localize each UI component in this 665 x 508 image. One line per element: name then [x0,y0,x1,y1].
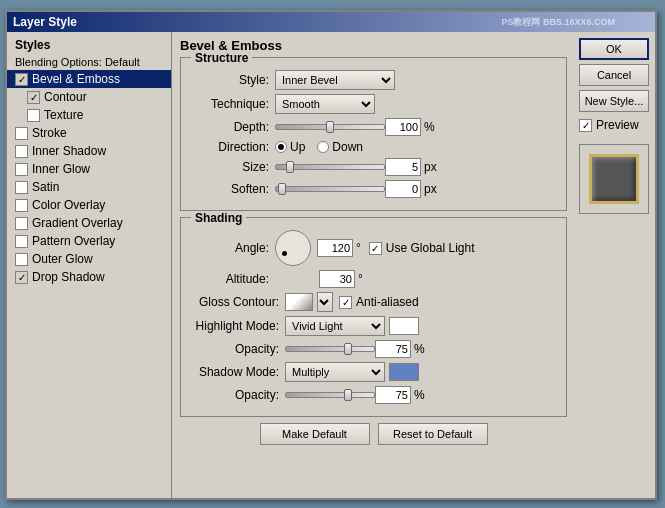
pattern-overlay-checkbox[interactable] [15,235,28,248]
highlight-label: Highlight Mode: [189,319,279,333]
down-label: Down [332,140,363,154]
inner-glow-label: Inner Glow [32,162,90,176]
direction-up-radio[interactable]: Up [275,140,305,154]
inner-glow-checkbox[interactable] [15,163,28,176]
stroke-checkbox[interactable] [15,127,28,140]
altitude-input[interactable] [319,270,355,288]
sidebar-item-inner-glow[interactable]: Inner Glow [7,160,171,178]
gloss-label: Gloss Contour: [189,295,279,309]
sidebar-item-outer-glow[interactable]: Outer Glow [7,250,171,268]
outer-glow-checkbox[interactable] [15,253,28,266]
global-light-checkbox[interactable] [369,242,382,255]
styles-header: Styles [7,36,171,54]
satin-checkbox[interactable] [15,181,28,194]
drop-shadow-label: Drop Shadow [32,270,105,284]
angle-wheel[interactable] [275,230,311,266]
sidebar-item-stroke[interactable]: Stroke [7,124,171,142]
ok-button[interactable]: OK [579,38,649,60]
depth-input[interactable] [385,118,421,136]
texture-checkbox[interactable] [27,109,40,122]
technique-label: Technique: [189,97,269,111]
soften-thumb[interactable] [278,183,286,195]
sidebar-item-pattern-overlay[interactable]: Pattern Overlay [7,232,171,250]
shadow-opacity-input[interactable] [375,386,411,404]
gradient-overlay-checkbox[interactable] [15,217,28,230]
technique-row: Technique: Smooth Chisel Hard Chisel Sof… [189,94,558,114]
sidebar-item-gradient-overlay[interactable]: Gradient Overlay [7,214,171,232]
down-radio-indicator [317,141,329,153]
inner-shadow-checkbox[interactable] [15,145,28,158]
sidebar-item-texture[interactable]: Texture [7,106,171,124]
angle-input[interactable] [317,239,353,257]
highlight-opacity-slider[interactable] [285,346,375,352]
sidebar-item-satin[interactable]: Satin [7,178,171,196]
shadow-opacity-thumb[interactable] [344,389,352,401]
bevel-emboss-checkbox[interactable] [15,73,28,86]
cancel-button[interactable]: Cancel [579,64,649,86]
sidebar-item-inner-shadow[interactable]: Inner Shadow [7,142,171,160]
dialog-content: Styles Blending Options: Default Bevel &… [7,32,655,498]
soften-label: Soften: [189,182,269,196]
depth-unit: % [424,120,435,134]
make-default-button[interactable]: Make Default [260,423,370,445]
sidebar-item-bevel-emboss[interactable]: Bevel & Emboss [7,70,171,88]
shading-content: Angle: ° Use Global Light Altitud [189,230,558,404]
up-radio-indicator [275,141,287,153]
new-style-button[interactable]: New Style... [579,90,649,112]
sidebar-item-contour[interactable]: Contour [7,88,171,106]
size-slider[interactable] [275,164,385,170]
color-overlay-checkbox[interactable] [15,199,28,212]
drop-shadow-checkbox[interactable] [15,271,28,284]
angle-label: Angle: [189,241,269,255]
highlight-opacity-thumb[interactable] [344,343,352,355]
style-row: Style: Inner Bevel Outer Bevel Emboss Pi… [189,70,558,90]
bottom-buttons: Make Default Reset to Default [180,423,567,445]
preview-box [579,144,649,214]
sidebar-item-color-overlay[interactable]: Color Overlay [7,196,171,214]
shadow-mode-select[interactable]: Multiply Normal Screen Overlay [285,362,385,382]
shadow-opacity-slider[interactable] [285,392,375,398]
up-label: Up [290,140,305,154]
left-panel: Styles Blending Options: Default Bevel &… [7,32,172,498]
soften-unit: px [424,182,437,196]
size-input[interactable] [385,158,421,176]
highlight-opacity-input[interactable] [375,340,411,358]
reset-to-default-button[interactable]: Reset to Default [378,423,488,445]
anti-aliased-label: Anti-aliased [356,295,419,309]
outer-glow-label: Outer Glow [32,252,93,266]
contour-label: Contour [44,90,87,104]
direction-row: Direction: Up Down [189,140,558,154]
direction-label: Direction: [189,140,269,154]
gloss-preview[interactable] [285,293,313,311]
depth-slider[interactable] [275,124,385,130]
gloss-select[interactable] [317,292,333,312]
direction-group: Up Down [275,140,363,154]
gradient-overlay-label: Gradient Overlay [32,216,123,230]
shading-title: Shading [191,211,246,225]
dialog-title: Layer Style [13,15,77,29]
sidebar-item-drop-shadow[interactable]: Drop Shadow [7,268,171,286]
depth-thumb[interactable] [326,121,334,133]
highlight-color-swatch[interactable] [389,317,419,335]
soften-input[interactable] [385,180,421,198]
inner-shadow-label: Inner Shadow [32,144,106,158]
altitude-row: Altitude: ° [189,270,558,288]
angle-dot [282,251,287,256]
preview-row: Preview [579,118,651,132]
style-select[interactable]: Inner Bevel Outer Bevel Emboss Pillow Em… [275,70,395,90]
layer-style-dialog: Layer Style PS教程网 BBS.16XX6.COM Styles B… [5,10,657,500]
style-label: Style: [189,73,269,87]
shadow-opacity-unit: % [414,388,425,402]
shadow-mode-row: Shadow Mode: Multiply Normal Screen Over… [189,362,558,382]
anti-aliased-checkbox[interactable] [339,296,352,309]
highlight-mode-select[interactable]: Vivid Light Normal Multiply Screen Overl… [285,316,385,336]
preview-checkbox[interactable] [579,119,592,132]
highlight-opacity-row: Opacity: % [189,340,558,358]
soften-slider[interactable] [275,186,385,192]
size-thumb[interactable] [286,161,294,173]
direction-down-radio[interactable]: Down [317,140,363,154]
shadow-color-swatch[interactable] [389,363,419,381]
contour-checkbox[interactable] [27,91,40,104]
technique-select[interactable]: Smooth Chisel Hard Chisel Soft [275,94,375,114]
buttons-panel: OK Cancel New Style... Preview [575,32,655,498]
